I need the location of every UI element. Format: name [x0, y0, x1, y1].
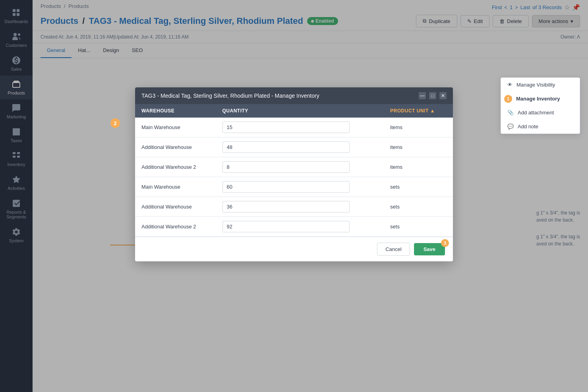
save-badge-3: 3: [441, 239, 449, 247]
more-actions-dropdown: 👁 Manage Visibility ☰ Manage Inventory 1…: [501, 77, 580, 134]
cell-unit: items: [384, 157, 453, 177]
col-warehouse: WAREHOUSE: [135, 104, 216, 118]
cell-warehouse: Additional Warehouse 2: [135, 217, 216, 237]
cell-unit: sets: [384, 197, 453, 217]
quantity-input[interactable]: [222, 221, 350, 232]
cell-quantity: [216, 118, 384, 137]
modal-minimize-button[interactable]: —: [419, 92, 426, 99]
dropdown-manage-visibility[interactable]: 👁 Manage Visibility: [501, 78, 580, 92]
save-button[interactable]: Save 3: [414, 243, 445, 255]
inventory-table: WAREHOUSE QUANTITY PRODUCT UNIT ▲ Main W…: [135, 104, 453, 237]
paperclip-icon: 📎: [507, 110, 514, 116]
manage-inventory-modal: TAG3 - Medical Tag, Sterling Silver, Rho…: [135, 87, 453, 261]
table-row: Additional Warehouse sets: [135, 197, 453, 217]
dropdown-add-attachment[interactable]: 📎 Add attachment: [501, 106, 580, 120]
modal-header: TAG3 - Medical Tag, Sterling Silver, Rho…: [135, 87, 453, 104]
modal-header-controls: — □ ✕: [419, 92, 447, 99]
col-quantity: QUANTITY: [216, 104, 384, 118]
quantity-input[interactable]: [222, 181, 350, 193]
quantity-input[interactable]: [222, 122, 350, 133]
cell-quantity: [216, 177, 384, 197]
sort-icon: ▲: [430, 108, 435, 114]
table-row: Main Warehouse sets: [135, 177, 453, 197]
cell-warehouse: Additional Warehouse: [135, 137, 216, 157]
cancel-button[interactable]: Cancel: [377, 243, 410, 256]
cell-unit: items: [384, 137, 453, 157]
table-row: Additional Warehouse 2 sets: [135, 217, 453, 237]
cell-quantity: [216, 137, 384, 157]
modal-maximize-button[interactable]: □: [429, 92, 436, 99]
cell-warehouse: Main Warehouse: [135, 177, 216, 197]
quantity-input[interactable]: [222, 161, 350, 173]
table-row: Additional Warehouse items: [135, 137, 453, 157]
cell-warehouse: Main Warehouse: [135, 118, 216, 137]
cell-warehouse: Additional Warehouse: [135, 197, 216, 217]
table-row: Main Warehouse items: [135, 118, 453, 137]
eye-icon: 👁: [507, 82, 513, 88]
dropdown-badge-1: 1: [504, 95, 512, 103]
cell-quantity: [216, 157, 384, 177]
cell-warehouse: Additional Warehouse 2: [135, 157, 216, 177]
modal-title: TAG3 - Medical Tag, Sterling Silver, Rho…: [141, 93, 319, 99]
modal-overlay: 2 TAG3 - Medical Tag, Sterling Silver, R…: [0, 0, 588, 392]
col-product-unit[interactable]: PRODUCT UNIT ▲: [384, 104, 453, 118]
comment-icon: 💬: [507, 124, 514, 129]
dropdown-manage-inventory[interactable]: ☰ Manage Inventory 1: [501, 92, 580, 106]
table-row: Additional Warehouse 2 items: [135, 157, 453, 177]
cell-unit: sets: [384, 217, 453, 237]
cell-unit: sets: [384, 177, 453, 197]
cell-quantity: [216, 217, 384, 237]
cell-quantity: [216, 197, 384, 217]
quantity-input[interactable]: [222, 141, 350, 153]
modal-badge-2: 2: [110, 118, 120, 128]
cell-unit: items: [384, 118, 453, 137]
modal-footer: Cancel Save 3: [135, 237, 453, 261]
modal-close-button[interactable]: ✕: [439, 92, 447, 99]
quantity-input[interactable]: [222, 201, 350, 212]
dropdown-add-note[interactable]: 💬 Add note: [501, 120, 580, 133]
